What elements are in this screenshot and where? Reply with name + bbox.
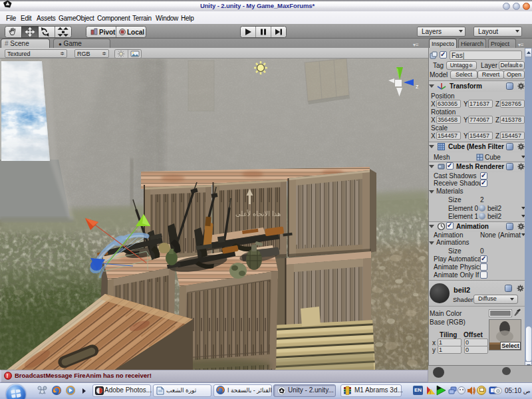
svg-text:هذا الاتجاه لأعلى: هذا الاتجاه لأعلى: [235, 209, 281, 217]
svg-text:Local: Local: [127, 29, 144, 36]
svg-text:!: !: [430, 390, 431, 395]
svg-text:Pivot: Pivot: [99, 29, 116, 36]
svg-text:z: z: [416, 83, 419, 90]
